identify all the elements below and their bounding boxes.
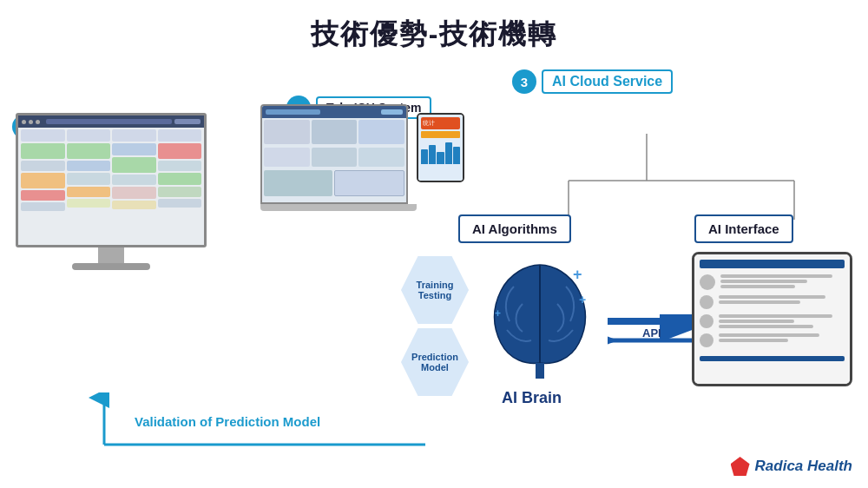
validation-text: Validation of Prediction Model	[135, 414, 320, 429]
tablet-device: 统计	[417, 113, 464, 182]
cloud-branch-lines	[503, 102, 868, 228]
ai-brain-label: AI Brain	[502, 389, 562, 407]
ai-algorithms-box: AI Algorithms	[458, 214, 571, 243]
api-arrow-left	[608, 333, 703, 351]
ai-interface-box: AI Interface	[694, 214, 793, 243]
cloud-service-box: AI Cloud Service	[542, 69, 673, 94]
logo-text: Radica Health	[755, 458, 852, 475]
laptop-screen-device	[260, 104, 408, 204]
interface-tablet-device	[692, 252, 852, 386]
svg-text:+: +	[573, 266, 582, 283]
svg-rect-7	[536, 363, 544, 379]
monitor-base	[72, 263, 150, 270]
svg-text:+: +	[495, 307, 501, 320]
badge-3: 3	[512, 69, 536, 94]
prediction-model-hex: Prediction Model	[401, 328, 469, 396]
ted-icu-monitor	[16, 113, 207, 270]
laptop-base	[260, 204, 417, 211]
radica-health-logo: Radica Health	[731, 457, 852, 476]
cloud-service-label: 3 AI Cloud Service	[512, 69, 673, 94]
tele-icu-devices: 统计	[260, 104, 417, 211]
page-title: 技術優勢-技術機轉	[0, 0, 868, 54]
monitor-neck	[98, 247, 124, 263]
training-testing-hex: Training Testing	[401, 256, 469, 324]
monitor-screen	[16, 113, 207, 247]
ai-brain-svg: + + +	[477, 243, 603, 382]
radica-logo-icon	[731, 457, 750, 476]
svg-text:+: +	[579, 293, 586, 307]
